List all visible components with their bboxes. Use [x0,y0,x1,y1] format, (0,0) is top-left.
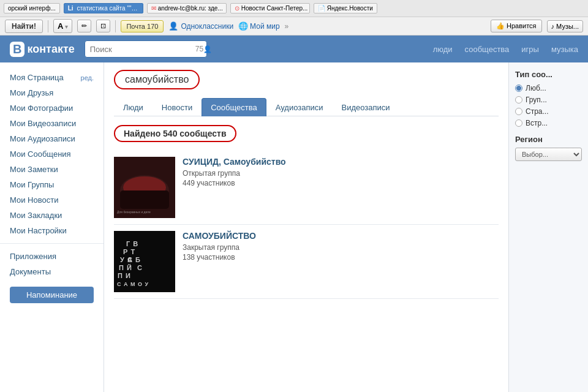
sidebar: Моя Страница ред. Мои Друзья Мои Фотогра… [0,62,104,392]
sidebar-item-notes[interactable]: Мои Заметки [0,162,104,177]
group-info-2: САМОУБИЙСТВО Закрытая группа 138 участни… [183,231,499,262]
svg-text:Для безнравных и деле: Для безнравных и деле [117,210,151,214]
sidebar-item-bookmarks[interactable]: Мои Закладки [0,208,104,223]
svg-text:А  Б: А Б [127,256,141,263]
nravitsya-button[interactable]: 👍 Нравится [491,20,542,32]
group-name-2[interactable]: САМОУБИЙСТВО [183,231,499,241]
camera-button[interactable]: ⊡ [96,20,110,32]
nav-people[interactable]: люди [433,45,453,54]
font-icon: А [58,21,63,31]
thumb-icon: 👍 [496,22,505,29]
yandex-toolbar: Найти! А ▾ ✏ ⊡ Почта 170 👤 Одноклассники… [0,17,588,36]
radio-1[interactable] [515,85,522,92]
svg-text:С А М О У: С А М О У [117,281,149,287]
user-count-icon: 👤 [203,45,212,53]
filter-option-3[interactable]: Стра... [515,107,582,116]
sidebar-item-audio[interactable]: Мои Аудиозаписи [0,131,104,146]
right-panel: Тип соо... Люб... Груп... Стра... Встр..… [508,62,588,392]
search-count: 75 [195,45,203,53]
mir-icon: 🌐 [238,21,248,31]
sidebar-item-videos[interactable]: Мои Видеозаписи [0,116,104,131]
group-image-2: Г В Р Т У С П Й П И А Б С С А М О У [114,231,175,292]
music-icon: ♪ [551,23,555,30]
browser-tab-5[interactable]: 📄 Яндекс.Новости [314,3,377,13]
sidebar-item-mypage[interactable]: Моя Страница ред. [0,70,104,85]
vk-nav: люди сообщества игры музыка [433,45,578,54]
find-button[interactable]: Найти! [5,20,43,33]
vk-logo-b: В [10,42,24,57]
tab-communities[interactable]: Сообщества [202,98,266,116]
vk-logo[interactable]: В контакте [10,42,75,57]
group-type-1: Открытая группа [183,169,499,178]
browser-tab-4[interactable]: ⊙ Новости Санкт-Петер... [230,3,310,13]
browser-toolbar: орский интерф... Li статистика сайта ""К… [0,0,588,17]
group-avatar-2[interactable]: Г В Р Т У С П Й П И А Б С С А М О У [114,231,175,292]
odnoklassniki-link[interactable]: 👤 Одноклассники [168,21,233,31]
filter-title: Тип соо... [515,70,582,79]
nav-music[interactable]: музыка [551,45,578,54]
separator-2 [115,20,116,32]
vk-logo-text: контакте [27,43,74,56]
font-button[interactable]: А ▾ [53,19,72,33]
tab-news[interactable]: Новости [153,98,202,116]
moy-mir-link[interactable]: 🌐 Мой мир [238,21,279,31]
search-query-display: самоубийство [114,70,200,89]
group-item-2: Г В Р Т У С П Й П И А Б С С А М О У САМО… [114,225,499,299]
music-button[interactable]: ♪ Музы... [547,20,583,32]
li-icon: Li [68,5,74,12]
group-members-2: 138 участников [183,253,499,262]
group-avatar-1[interactable]: Для безнравных и деле [114,157,175,218]
sidebar-item-docs[interactable]: Документы [0,264,104,279]
camera-icon: ⊡ [100,22,106,29]
tab-people[interactable]: Люди [114,98,153,116]
vk-search-box[interactable]: 75 👤 [85,40,207,58]
nav-communities[interactable]: сообщества [465,45,510,54]
group-type-2: Закрытая группа [183,243,499,252]
group-item-1: Для безнравных и деле СУИЦИД, Самоубийст… [114,151,499,225]
filter-option-2[interactable]: Груп... [515,96,582,104]
yandex-news-icon: 📄 [318,5,325,12]
nav-games[interactable]: игры [521,45,539,54]
region-select[interactable]: Выбор... [515,148,582,161]
separator-1 [48,20,48,32]
filter-option-1[interactable]: Люб... [515,84,582,92]
sidebar-item-messages[interactable]: Мои Сообщения [0,146,104,162]
mail-link[interactable]: Почта 170 [121,20,164,32]
browser-tab-1[interactable]: орский интерф... [4,3,60,13]
tab-audio[interactable]: Аудиозаписи [266,98,333,116]
sidebar-item-settings[interactable]: Мои Настройки [0,223,104,238]
sidebar-divider [0,243,104,244]
sidebar-item-news[interactable]: Мои Новости [0,192,104,208]
results-count: Найдено 540 сообществ [114,125,236,142]
svg-text:П  И: П И [118,272,131,279]
radio-4[interactable] [515,119,522,127]
font-size-icon: ▾ [65,23,68,30]
group-image-1: Для безнравных и деле [114,157,175,218]
sidebar-item-friends[interactable]: Мои Друзья [0,85,104,100]
vk-body: Моя Страница ред. Мои Друзья Мои Фотогра… [0,62,588,392]
more-link[interactable]: » [285,22,289,31]
sidebar-item-groups[interactable]: Мои Группы [0,177,104,192]
mail-icon: ✉ [151,5,156,12]
vk-search-input[interactable] [90,45,193,54]
svg-text:Р  Т: Р Т [123,248,135,255]
sidebar-edit-link[interactable]: ред. [81,74,94,81]
radio-2[interactable] [515,96,522,104]
tab-video[interactable]: Видеозаписи [332,98,399,116]
sidebar-item-apps[interactable]: Приложения [0,249,104,264]
toolbar-right: 👍 Нравится ♪ Музы... [491,20,583,32]
content-area: самоубийство Люди Новости Сообщества Ауд… [104,62,508,392]
sidebar-item-photos[interactable]: Мои Фотографии [0,100,104,116]
radio-3[interactable] [515,108,522,115]
browser-tab-3[interactable]: ✉ andrew-tc@bk.ru: зде... [147,3,227,13]
group-info-1: СУИЦИД, Самоубийство Открытая группа 449… [183,157,499,187]
filter-option-4[interactable]: Встр... [515,119,582,127]
group-name-1[interactable]: СУИЦИД, Самоубийство [183,157,499,167]
group-members-1: 449 участников [183,179,499,187]
highlight-button[interactable]: ✏ [77,20,91,32]
news-icon: ⊙ [235,5,239,12]
browser-tab-2[interactable]: Li статистика сайта ""Ко... [64,3,143,13]
ok-icon: 👤 [168,21,178,31]
sidebar-reminder-button[interactable]: Напоминание [10,287,94,303]
vk-header: В контакте 75 👤 люди сообщества игры муз… [0,36,588,62]
